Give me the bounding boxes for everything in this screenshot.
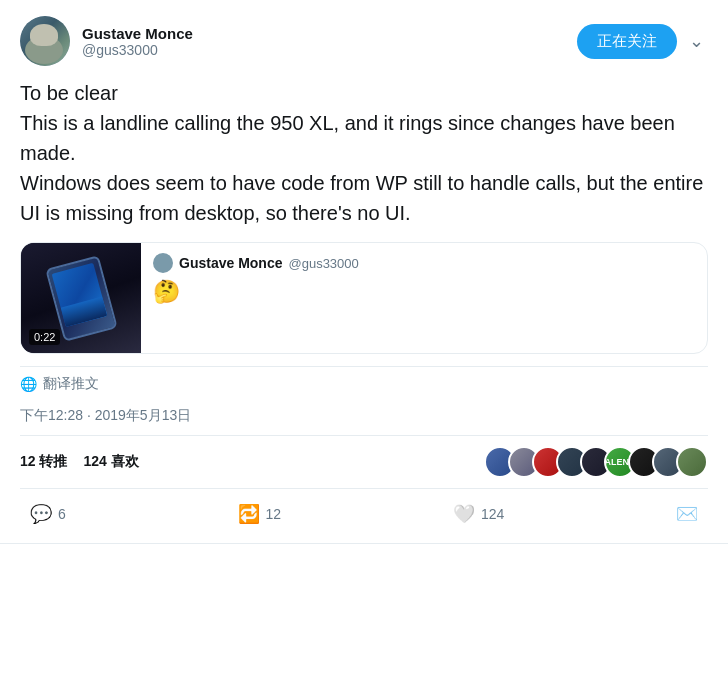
globe-icon: 🌐 — [20, 376, 37, 392]
retweet-count: 12 — [20, 453, 36, 469]
tweet-body: To be clear This is a landline calling t… — [20, 78, 708, 228]
like-action-count: 124 — [481, 506, 504, 522]
translate-row[interactable]: 🌐 翻译推文 — [20, 366, 708, 401]
media-duration: 0:22 — [29, 329, 60, 345]
stats-row: 12 转推 124 喜欢 ALENK — [20, 435, 708, 489]
retweet-button[interactable]: 🔁 12 — [228, 497, 292, 531]
chevron-down-icon[interactable]: ⌄ — [685, 26, 708, 56]
reply-icon: 💬 — [30, 503, 52, 525]
avatar[interactable] — [20, 16, 70, 66]
quoted-header: Gustave Monce @gus33000 — [153, 253, 695, 273]
user-info: Gustave Monce @gus33000 — [82, 25, 193, 58]
like-stat[interactable]: 124 喜欢 — [83, 453, 138, 471]
retweet-icon: 🔁 — [238, 503, 260, 525]
quoted-author-username: @gus33000 — [288, 256, 358, 271]
quoted-tweet[interactable]: 0:22 Gustave Monce @gus33000 🤔 — [20, 242, 708, 354]
timestamp: 下午12:28 · 2019年5月13日 — [20, 401, 708, 435]
like-button[interactable]: 🤍 124 — [443, 497, 514, 531]
tweet-header-left: Gustave Monce @gus33000 — [20, 16, 193, 66]
tweet-text: To be clear This is a landline calling t… — [20, 78, 708, 228]
liker-avatar-9[interactable] — [676, 446, 708, 478]
quoted-avatar — [153, 253, 173, 273]
tweet-card: Gustave Monce @gus33000 正在关注 ⌄ To be cle… — [0, 0, 728, 544]
actions-row: 💬 6 🔁 12 🤍 124 ✉️ — [20, 489, 708, 543]
translate-label: 翻译推文 — [43, 375, 99, 393]
quoted-content: Gustave Monce @gus33000 🤔 — [141, 243, 707, 353]
dm-icon: ✉️ — [676, 503, 698, 525]
reply-button[interactable]: 💬 6 — [20, 497, 76, 531]
retweet-action-count: 12 — [266, 506, 282, 522]
heart-icon: 🤍 — [453, 503, 475, 525]
retweet-label: 转推 — [39, 453, 67, 469]
reply-count: 6 — [58, 506, 66, 522]
header-right: 正在关注 ⌄ — [577, 24, 708, 59]
like-label: 喜欢 — [111, 453, 139, 469]
tweet-header: Gustave Monce @gus33000 正在关注 ⌄ — [20, 16, 708, 66]
dm-button[interactable]: ✉️ — [666, 497, 708, 531]
display-name: Gustave Monce — [82, 25, 193, 42]
likers-avatars: ALENK — [484, 446, 708, 478]
like-count: 124 — [83, 453, 106, 469]
phone-screen — [51, 262, 107, 326]
quoted-media: 0:22 — [21, 243, 141, 353]
quoted-text: 🤔 — [153, 279, 695, 305]
username: @gus33000 — [82, 42, 193, 58]
retweet-stat[interactable]: 12 转推 — [20, 453, 67, 471]
follow-button[interactable]: 正在关注 — [577, 24, 677, 59]
quoted-author-name: Gustave Monce — [179, 255, 282, 271]
